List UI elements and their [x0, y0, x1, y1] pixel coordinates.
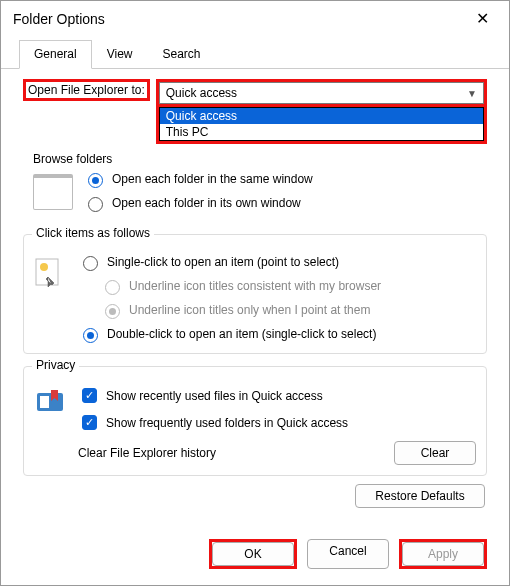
radio-own-window[interactable]: Open each folder in its own window [83, 194, 477, 212]
group-browse-folders: Browse folders Open each folder in the s… [23, 150, 487, 222]
radio-underline-browser-label: Underline icon titles consistent with my… [129, 279, 381, 293]
click-legend: Click items as follows [32, 226, 154, 240]
radio-double-click-label: Double-click to open an item (single-cli… [107, 327, 376, 341]
clear-history-label: Clear File Explorer history [78, 446, 216, 460]
combo-value: Quick access [166, 86, 237, 100]
radio-own-window-input[interactable] [88, 197, 103, 212]
cancel-button[interactable]: Cancel [307, 539, 389, 569]
radio-single-click[interactable]: Single-click to open an item (point to s… [78, 253, 476, 271]
dialog-footer: OK Cancel Apply [1, 529, 509, 585]
radio-same-window[interactable]: Open each folder in the same window [83, 170, 477, 188]
radio-underline-point-label: Underline icon titles only when I point … [129, 303, 370, 317]
tab-strip: General View Search [1, 36, 509, 69]
check-recent-files-input[interactable] [82, 388, 97, 403]
radio-same-window-input[interactable] [88, 173, 103, 188]
option-this-pc[interactable]: This PC [160, 124, 483, 140]
group-privacy: Privacy Show recently used files in Quic… [23, 366, 487, 476]
restore-defaults-button[interactable]: Restore Defaults [355, 484, 485, 508]
radio-double-click-input[interactable] [83, 328, 98, 343]
privacy-icon [34, 387, 68, 417]
privacy-legend: Privacy [32, 358, 79, 372]
clear-button[interactable]: Clear [394, 441, 476, 465]
open-explorer-label: Open File Explorer to: [23, 79, 150, 101]
svg-rect-3 [40, 396, 49, 408]
check-recent-files[interactable]: Show recently used files in Quick access [78, 385, 476, 406]
click-icon [34, 257, 68, 297]
open-explorer-combo-wrap: Quick access ▼ Quick access This PC [156, 79, 487, 144]
open-explorer-combo[interactable]: Quick access ▼ [159, 82, 484, 104]
window-title: Folder Options [13, 11, 105, 27]
svg-point-1 [40, 263, 48, 271]
folder-options-dialog: Folder Options ✕ General View Search Ope… [0, 0, 510, 586]
radio-underline-browser-input [105, 280, 120, 295]
radio-double-click[interactable]: Double-click to open an item (single-cli… [78, 325, 476, 343]
tab-general[interactable]: General [19, 40, 92, 69]
check-frequent-folders-label: Show frequently used folders in Quick ac… [106, 416, 348, 430]
radio-underline-browser: Underline icon titles consistent with my… [100, 277, 476, 295]
tab-view[interactable]: View [92, 40, 148, 68]
radio-single-click-input[interactable] [83, 256, 98, 271]
close-icon[interactable]: ✕ [467, 9, 497, 28]
titlebar: Folder Options ✕ [1, 1, 509, 36]
clear-history-row: Clear File Explorer history Clear [78, 441, 476, 465]
group-click-items: Click items as follows Single-click to o… [23, 234, 487, 354]
check-frequent-folders-input[interactable] [82, 415, 97, 430]
tab-search[interactable]: Search [148, 40, 216, 68]
radio-same-window-label: Open each folder in the same window [112, 172, 313, 186]
radio-underline-point: Underline icon titles only when I point … [100, 301, 476, 319]
option-quick-access[interactable]: Quick access [160, 108, 483, 124]
restore-row: Restore Defaults [23, 484, 487, 508]
apply-highlight: Apply [399, 539, 487, 569]
check-recent-files-label: Show recently used files in Quick access [106, 389, 323, 403]
browse-legend: Browse folders [33, 152, 112, 166]
folder-icon [33, 174, 73, 210]
radio-single-click-label: Single-click to open an item (point to s… [107, 255, 339, 269]
open-explorer-dropdown: Quick access This PC [159, 107, 484, 141]
check-frequent-folders[interactable]: Show frequently used folders in Quick ac… [78, 412, 476, 433]
chevron-down-icon: ▼ [467, 88, 477, 99]
apply-button[interactable]: Apply [402, 542, 484, 566]
svg-rect-0 [36, 259, 58, 285]
open-explorer-row: Open File Explorer to: Quick access ▼ Qu… [23, 79, 487, 144]
ok-button[interactable]: OK [212, 542, 294, 566]
radio-own-window-label: Open each folder in its own window [112, 196, 301, 210]
ok-highlight: OK [209, 539, 297, 569]
tab-body: Open File Explorer to: Quick access ▼ Qu… [1, 69, 509, 529]
radio-underline-point-input [105, 304, 120, 319]
